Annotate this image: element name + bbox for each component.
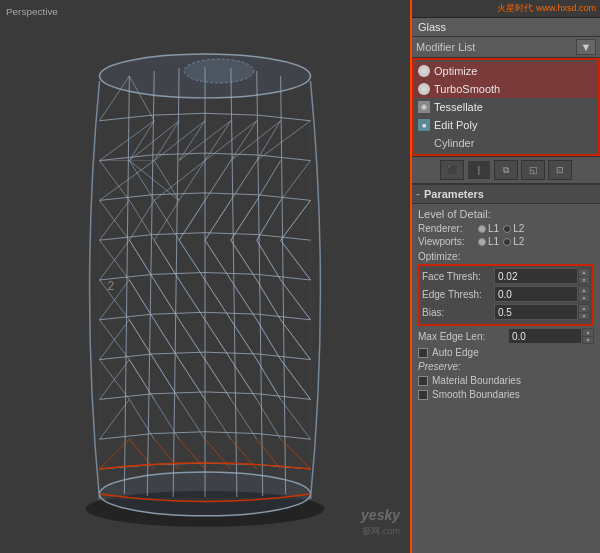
subobject-row: ⬛ | ⧉ ◱ ⊡ bbox=[412, 156, 600, 184]
optimize-spinners: Face Thresh: 0.02 ▲ ▼ Edge Thresh: 0.0 bbox=[418, 264, 594, 326]
modifier-cylinder[interactable]: Cylinder bbox=[414, 134, 598, 152]
dropdown-arrow-icon: ▼ bbox=[581, 41, 592, 53]
object-name-row[interactable]: Glass bbox=[412, 18, 600, 37]
max-edge-len-down[interactable]: ▼ bbox=[583, 337, 593, 344]
viewports-radio-group: L1 L2 bbox=[478, 236, 524, 247]
modifier-icon-tessellate: ◉ bbox=[418, 101, 430, 113]
modifier-list-row: Modifier List ▼ bbox=[412, 37, 600, 58]
svg-text:2: 2 bbox=[107, 279, 114, 293]
material-boundaries-checkbox[interactable] bbox=[418, 376, 428, 386]
edge-thresh-row: Edge Thresh: 0.0 ▲ ▼ bbox=[422, 286, 590, 302]
modifier-optimize[interactable]: ◉ Optimize bbox=[414, 62, 598, 80]
renderer-l2-radio[interactable]: L2 bbox=[503, 223, 524, 234]
modifier-name-editpoly: Edit Poly bbox=[434, 119, 477, 131]
object-name: Glass bbox=[418, 21, 446, 33]
auto-edge-checkbox[interactable] bbox=[418, 348, 428, 358]
max-edge-len-input[interactable]: 0.0 bbox=[508, 328, 582, 344]
bias-up[interactable]: ▲ bbox=[579, 305, 589, 313]
subobj-icon-border[interactable]: ⧉ bbox=[494, 160, 518, 180]
smooth-boundaries-label: Smooth Boundaries bbox=[432, 389, 520, 400]
modifier-icon-optimize: ◉ bbox=[418, 65, 430, 77]
modifier-editpoly[interactable]: ■ Edit Poly bbox=[414, 116, 598, 134]
max-edge-len-up[interactable]: ▲ bbox=[583, 329, 593, 337]
subobj-icon-element[interactable]: ⊡ bbox=[548, 160, 572, 180]
subobj-icon-poly[interactable]: ◱ bbox=[521, 160, 545, 180]
svg-text:Perspective: Perspective bbox=[6, 6, 58, 17]
auto-edge-row: Auto Edge bbox=[418, 347, 594, 358]
modifier-icon-cylinder bbox=[418, 137, 430, 149]
modifier-icon-turbosmooth: ◉ bbox=[418, 83, 430, 95]
renderer-l1-label: L1 bbox=[488, 223, 499, 234]
subobj-icon-edge[interactable]: | bbox=[467, 160, 491, 180]
modifier-icon-editpoly: ■ bbox=[418, 119, 430, 131]
renderer-l1-radio[interactable]: L1 bbox=[478, 223, 499, 234]
bias-spinner[interactable]: ▲ ▼ bbox=[578, 304, 590, 320]
viewports-l2-radio[interactable]: L2 bbox=[503, 236, 524, 247]
max-edge-len-spinner[interactable]: ▲ ▼ bbox=[582, 328, 594, 344]
bias-down[interactable]: ▼ bbox=[579, 313, 589, 320]
renderer-radio-group: L1 L2 bbox=[478, 223, 524, 234]
modifier-name-optimize: Optimize bbox=[434, 65, 477, 77]
preserve-section-label: Preserve: bbox=[418, 361, 594, 372]
edge-thresh-spinner[interactable]: ▲ ▼ bbox=[578, 286, 590, 302]
face-thresh-up[interactable]: ▲ bbox=[579, 269, 589, 277]
smooth-boundaries-row: Smooth Boundaries bbox=[418, 389, 594, 400]
max-edge-len-row: Max Edge Len: 0.0 ▲ ▼ bbox=[418, 328, 594, 344]
modifier-turbosmooth[interactable]: ◉ TurboSmooth bbox=[414, 80, 598, 98]
level-of-detail-label: Level of Detail: bbox=[418, 208, 594, 220]
edge-thresh-up[interactable]: ▲ bbox=[579, 287, 589, 295]
viewports-l1-label: L1 bbox=[488, 236, 499, 247]
smooth-boundaries-checkbox[interactable] bbox=[418, 390, 428, 400]
modifier-name-turbosmooth: TurboSmooth bbox=[434, 83, 500, 95]
right-panel: 火星时代 www.hxsd.com Glass Modifier List ▼ … bbox=[412, 0, 600, 553]
material-boundaries-row: Material Boundaries bbox=[418, 375, 594, 386]
modifier-name-tessellate: Tessellate bbox=[434, 101, 483, 113]
renderer-l2-label: L2 bbox=[513, 223, 524, 234]
face-thresh-row: Face Thresh: 0.02 ▲ ▼ bbox=[422, 268, 590, 284]
optimize-section-label: Optimize: bbox=[418, 251, 594, 262]
viewports-row: Viewports: L1 L2 bbox=[418, 236, 594, 247]
logo-area: 火星时代 www.hxsd.com bbox=[412, 0, 600, 18]
renderer-row: Renderer: L1 L2 bbox=[418, 223, 594, 234]
viewports-l1-dot bbox=[478, 238, 486, 246]
yesky-url: 极网.com bbox=[362, 525, 400, 538]
collapse-icon: - bbox=[416, 187, 420, 201]
modifier-name-cylinder: Cylinder bbox=[434, 137, 474, 149]
modifier-tessellate[interactable]: ◉ Tessellate bbox=[414, 98, 598, 116]
modifier-stack: ◉ Optimize ◉ TurboSmooth ◉ Tessellate ■ … bbox=[412, 58, 600, 156]
modifier-list-label: Modifier List bbox=[416, 41, 576, 53]
face-thresh-label: Face Thresh: bbox=[422, 271, 494, 282]
edge-thresh-down[interactable]: ▼ bbox=[579, 295, 589, 302]
edge-thresh-label: Edge Thresh: bbox=[422, 289, 494, 300]
logo-text: 火星时代 www.hxsd.com bbox=[497, 2, 596, 15]
bias-row: Bias: 0.5 ▲ ▼ bbox=[422, 304, 590, 320]
material-boundaries-label: Material Boundaries bbox=[432, 375, 521, 386]
svg-point-138 bbox=[184, 59, 254, 83]
yesky-watermark: yesky bbox=[361, 507, 400, 523]
viewports-label: Viewports: bbox=[418, 236, 478, 247]
renderer-l2-dot bbox=[503, 225, 511, 233]
auto-edge-label: Auto Edge bbox=[432, 347, 479, 358]
edge-thresh-input[interactable]: 0.0 bbox=[494, 286, 578, 302]
modifier-list-dropdown[interactable]: ▼ bbox=[576, 39, 596, 55]
viewport[interactable]: 2 Perspective yesky 极网.com bbox=[0, 0, 412, 553]
renderer-label: Renderer: bbox=[418, 223, 478, 234]
viewports-l1-radio[interactable]: L1 bbox=[478, 236, 499, 247]
parameters-header[interactable]: - Parameters bbox=[412, 184, 600, 204]
param-group-lod: Level of Detail: Renderer: L1 L2 bbox=[412, 204, 600, 407]
parameters-title: Parameters bbox=[424, 188, 484, 200]
subobj-icon-vertex[interactable]: ⬛ bbox=[440, 160, 464, 180]
bias-input[interactable]: 0.5 bbox=[494, 304, 578, 320]
face-thresh-input[interactable]: 0.02 bbox=[494, 268, 578, 284]
bias-label: Bias: bbox=[422, 307, 494, 318]
viewports-l2-label: L2 bbox=[513, 236, 524, 247]
face-thresh-spinner[interactable]: ▲ ▼ bbox=[578, 268, 590, 284]
parameters-section: - Parameters Level of Detail: Renderer: … bbox=[412, 184, 600, 553]
renderer-l1-dot bbox=[478, 225, 486, 233]
viewports-l2-dot bbox=[503, 238, 511, 246]
max-edge-len-label: Max Edge Len: bbox=[418, 331, 508, 342]
face-thresh-down[interactable]: ▼ bbox=[579, 277, 589, 284]
